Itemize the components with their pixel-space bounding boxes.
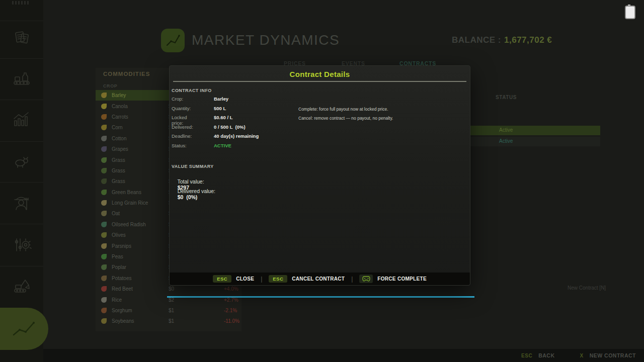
commodity-row[interactable]: Soybeans $1 -11.0%	[96, 316, 242, 326]
sidebar-item-settings[interactable]	[11, 234, 33, 256]
crop-name: Grapes	[112, 146, 128, 152]
cancel-contract-label: CANCEL CONTRACT	[292, 276, 345, 282]
sidebar-item-livestock[interactable]	[11, 150, 33, 172]
contract-status: Active	[499, 138, 513, 144]
footer-bar: ESC BACK X NEW CONTRACT	[43, 349, 644, 362]
crop-icon	[101, 125, 107, 130]
close-button[interactable]: ESC CLOSE	[213, 275, 254, 283]
sidebar-item-documents[interactable]	[11, 27, 33, 49]
page-title: MARKET DYNAMICS	[192, 32, 340, 48]
status-column-header: STATUS	[496, 95, 517, 100]
x-key-hint[interactable]: X	[580, 353, 584, 358]
crop-icon	[101, 190, 107, 195]
back-button[interactable]: BACK	[538, 352, 554, 358]
crop-name: Parsnips	[112, 243, 131, 249]
modal-button-bar: ESC CLOSE | ESC CANCEL CONTRACT | FORCE …	[170, 273, 470, 285]
crop-name: Red Beet	[112, 286, 133, 292]
clock-marks	[12, 1, 30, 5]
esc-key-hint[interactable]: ESC	[521, 353, 532, 358]
livestock-icon	[12, 151, 32, 171]
contract-details-modal: Contract Details CONTRACT INFO Crop: Bar…	[169, 65, 470, 286]
crop-price: $2	[169, 297, 174, 303]
esc-key-chip: ESC	[269, 275, 287, 283]
force-complete-button[interactable]: FORCE COMPLETE	[359, 275, 427, 283]
field-label: Deadline:	[172, 133, 192, 139]
field-value: ACTIVE	[214, 143, 231, 148]
close-label: CLOSE	[236, 276, 254, 282]
crop-column-header: CROP	[103, 83, 117, 88]
contract-info-header: CONTRACT INFO	[172, 88, 212, 93]
esc-key-chip: ESC	[213, 275, 231, 283]
crop-name: Carrots	[112, 114, 128, 120]
sidebar-divider	[0, 266, 43, 266]
field-value: $0.60 / L	[214, 115, 233, 120]
crop-icon	[101, 200, 107, 206]
crop-icon	[101, 308, 107, 313]
delivered-value-row: Delivered value: $0 (0%)	[172, 182, 215, 206]
market-dynamics-logo-icon	[161, 29, 185, 52]
crop-price: $1	[169, 308, 174, 313]
sidebar-item-farmer[interactable]	[11, 193, 33, 215]
production-icon	[12, 68, 32, 88]
stats-icon	[12, 110, 32, 130]
field-value: 40 day(s) remaining	[214, 133, 259, 139]
gamepad-icon	[362, 276, 370, 282]
sidebar-divider	[0, 182, 43, 183]
sidebar-divider	[0, 224, 43, 224]
crop-icon	[101, 222, 107, 227]
sidebar-divider	[0, 58, 43, 59]
field-label: Delivered:	[172, 124, 193, 130]
cancel-note: Cancel: remove contract — no payout, no …	[298, 116, 393, 121]
button-separator: |	[351, 276, 353, 283]
excavator-icon	[11, 275, 32, 296]
sidebar-divider	[0, 141, 43, 142]
crop-icon	[101, 318, 107, 324]
force-complete-label: FORCE COMPLETE	[377, 276, 427, 282]
complete-note: Complete: force full payout now at locke…	[298, 107, 388, 112]
crop-name: Grass	[112, 157, 125, 163]
crop-icon	[101, 232, 107, 238]
crop-icon	[101, 136, 107, 141]
sidebar-divider	[0, 21, 43, 21]
crop-icon	[101, 104, 107, 109]
crop-icon	[101, 93, 107, 98]
delivered-value-label: Delivered value:	[178, 188, 215, 194]
field-label: Status:	[172, 143, 187, 148]
crop-icon	[101, 168, 107, 173]
crop-icon	[101, 286, 107, 292]
crop-icon	[101, 254, 107, 259]
new-contract-button[interactable]: NEW CONTRACT	[590, 352, 636, 358]
crop-name: Oilseed Radish	[112, 222, 146, 227]
cancel-contract-button[interactable]: ESC CANCEL CONTRACT	[269, 275, 345, 283]
farmer-icon	[11, 193, 32, 214]
crop-name: Peas	[112, 254, 123, 259]
crop-icon	[101, 178, 107, 184]
documents-icon	[12, 28, 31, 47]
crop-name: Soybeans	[112, 318, 134, 324]
sidebar-item-statistics[interactable]	[11, 109, 33, 131]
button-separator: |	[261, 276, 262, 283]
commodity-row[interactable]: Sorghum $1 -2.1%	[96, 305, 242, 316]
commodities-title: COMMODITIES	[103, 71, 150, 77]
crop-name: Canola	[112, 104, 128, 109]
crop-name: Corn	[112, 125, 123, 130]
crop-name: Cotton	[112, 136, 126, 141]
crop-name: Rice	[112, 297, 122, 303]
crop-icon	[101, 146, 107, 152]
crop-icon	[101, 157, 107, 163]
sidebar-item-production[interactable]	[11, 67, 33, 89]
crop-name: Green Beans	[112, 190, 141, 195]
sidebar-item-market-dynamics-active[interactable]	[0, 308, 48, 350]
market-dynamics-icon	[11, 319, 38, 339]
crop-icon	[101, 276, 107, 281]
crop-price: $1	[169, 318, 174, 324]
crop-name: Poplar	[112, 264, 126, 270]
balance-value: 1,677,702 €	[504, 35, 552, 45]
sidebar-item-excavator[interactable]	[11, 275, 33, 297]
cyan-divider-line	[167, 296, 474, 298]
gamepad-key-chip	[359, 275, 373, 283]
crop-change: -2.1%	[224, 308, 237, 313]
modal-title-divider	[173, 81, 466, 82]
crop-name: Grass	[112, 168, 125, 173]
crop-icon	[101, 243, 107, 249]
